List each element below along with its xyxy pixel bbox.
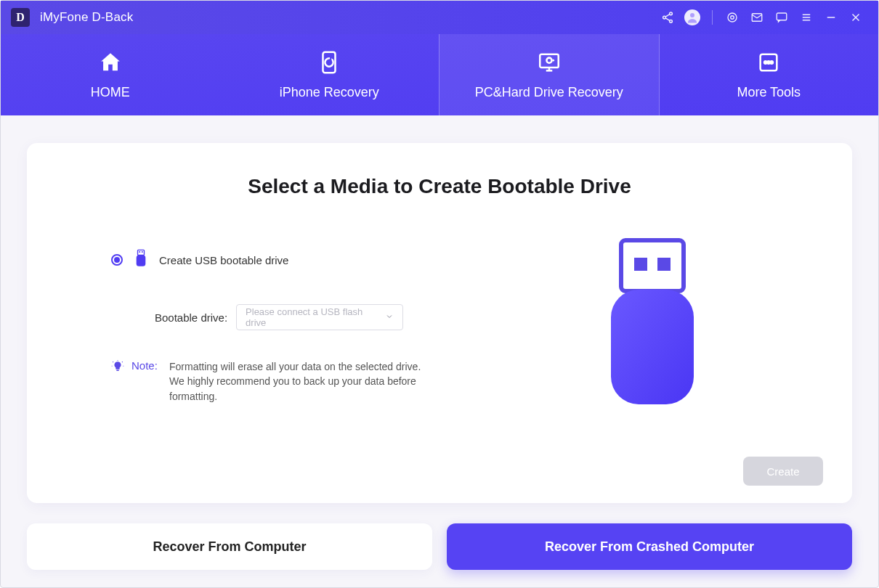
svg-rect-39 xyxy=(611,290,694,404)
mail-icon[interactable] xyxy=(745,5,769,30)
svg-point-5 xyxy=(690,13,694,17)
illustration-column xyxy=(493,230,811,484)
bottom-tab-label: Recover From Computer xyxy=(153,539,306,555)
home-icon xyxy=(98,50,123,75)
option-label: Create USB bootable drive xyxy=(159,254,288,266)
svg-point-2 xyxy=(670,20,673,23)
titlebar-separator xyxy=(712,10,713,25)
options-column: Create USB bootable drive Bootable drive… xyxy=(68,230,463,484)
bottom-tab-label: Recover From Crashed Computer xyxy=(545,539,754,555)
share-icon[interactable] xyxy=(655,5,680,30)
svg-rect-17 xyxy=(540,54,559,67)
nav-label: HOME xyxy=(91,85,130,100)
nav-tab-pc-recovery[interactable]: PC&Hard Drive Recovery xyxy=(439,34,660,115)
feedback-icon[interactable] xyxy=(769,5,794,30)
close-button[interactable] xyxy=(843,5,868,30)
pc-recovery-icon xyxy=(537,50,562,75)
titlebar: D iMyFone D-Back xyxy=(1,1,878,34)
minimize-button[interactable] xyxy=(819,5,843,30)
svg-rect-30 xyxy=(116,370,119,372)
iphone-recovery-icon xyxy=(317,50,341,75)
nav-tab-iphone-recovery[interactable]: iPhone Recovery xyxy=(220,34,440,115)
svg-rect-27 xyxy=(139,251,140,253)
create-button: Create xyxy=(743,457,823,486)
usb-small-icon xyxy=(134,249,147,271)
svg-point-20 xyxy=(546,57,551,62)
svg-point-25 xyxy=(771,61,773,63)
bootable-drive-row: Bootable drive: Please connect a USB fla… xyxy=(155,304,463,330)
menu-icon[interactable] xyxy=(794,5,819,30)
lightbulb-icon xyxy=(111,360,124,376)
svg-rect-9 xyxy=(777,13,787,20)
app-logo: D xyxy=(11,8,30,27)
chevron-down-icon xyxy=(385,312,394,323)
select-placeholder: Please connect a USB flash drive xyxy=(246,306,385,328)
note-row: Note: Formatting will erase all your dat… xyxy=(111,359,463,404)
usb-illustration-icon xyxy=(605,237,700,415)
user-avatar-icon[interactable] xyxy=(680,5,705,30)
nav-label: iPhone Recovery xyxy=(280,85,379,100)
svg-point-23 xyxy=(764,61,766,63)
svg-line-3 xyxy=(665,15,670,17)
svg-line-33 xyxy=(122,362,123,362)
bottom-tab-recover-crashed[interactable]: Recover From Crashed Computer xyxy=(447,523,852,570)
svg-rect-37 xyxy=(634,258,647,271)
nav-label: PC&Hard Drive Recovery xyxy=(475,85,623,100)
usb-option-row[interactable]: Create USB bootable drive xyxy=(111,249,463,271)
svg-line-4 xyxy=(665,18,670,20)
app-window: D iMyFone D-Back xyxy=(0,0,879,588)
svg-rect-29 xyxy=(137,256,146,266)
bootable-drive-select[interactable]: Please connect a USB flash drive xyxy=(236,304,403,330)
svg-point-1 xyxy=(663,16,666,19)
main-nav: HOME iPhone Recovery PC&Hard Drive Recov… xyxy=(1,34,878,115)
app-title: iMyFone D-Back xyxy=(40,10,133,25)
svg-point-24 xyxy=(768,61,770,63)
svg-rect-36 xyxy=(621,240,684,291)
note-text: Formatting will erase all your data on t… xyxy=(169,359,424,404)
nav-tab-more-tools[interactable]: More Tools xyxy=(660,34,879,115)
svg-point-7 xyxy=(731,16,734,20)
svg-line-32 xyxy=(113,362,113,362)
page-title: Select a Media to Create Bootable Drive xyxy=(68,175,811,198)
more-tools-icon xyxy=(756,50,781,75)
content-area: Select a Media to Create Bootable Drive … xyxy=(1,115,878,587)
svg-point-0 xyxy=(670,12,673,15)
svg-point-6 xyxy=(728,13,737,22)
svg-rect-28 xyxy=(142,251,143,253)
main-card: Select a Media to Create Bootable Drive … xyxy=(27,143,852,503)
svg-rect-38 xyxy=(657,258,671,271)
settings-icon[interactable] xyxy=(720,5,745,30)
nav-tab-home[interactable]: HOME xyxy=(1,34,220,115)
bootable-drive-label: Bootable drive: xyxy=(155,311,227,324)
svg-rect-26 xyxy=(138,250,145,255)
note-label: Note: xyxy=(131,359,162,372)
svg-point-21 xyxy=(552,59,554,61)
bottom-tabs: Recover From Computer Recover From Crash… xyxy=(27,523,852,570)
radio-selected[interactable] xyxy=(111,254,123,266)
nav-label: More Tools xyxy=(737,85,801,100)
bottom-tab-recover-computer[interactable]: Recover From Computer xyxy=(27,523,432,570)
